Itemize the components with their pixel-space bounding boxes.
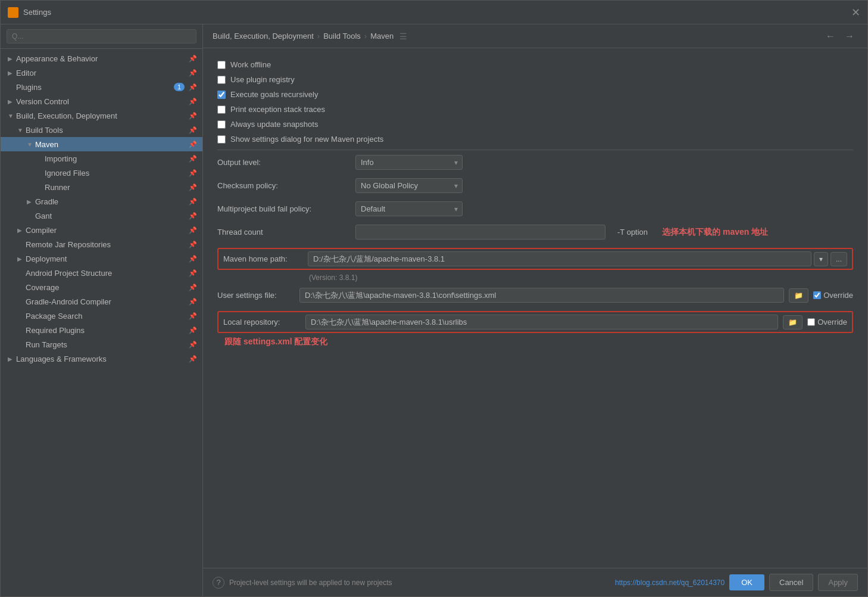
sidebar-item-label: Android Project Structure xyxy=(26,269,188,278)
sidebar-item-run-targets[interactable]: Run Targets📌 xyxy=(1,337,202,352)
breadcrumb-item-3: Maven xyxy=(370,32,394,41)
sidebar-item-appearance[interactable]: ▶Appearance & Behavior📌 xyxy=(1,51,202,66)
arrow-icon: ▶ xyxy=(17,227,26,234)
sidebar-item-importing[interactable]: Importing📌 xyxy=(1,151,202,166)
sidebar: ▶Appearance & Behavior📌▶Editor📌Plugins1📌… xyxy=(1,24,203,596)
forward-button[interactable]: → xyxy=(841,30,858,43)
sidebar-item-editor[interactable]: ▶Editor📌 xyxy=(1,66,202,80)
sidebar-item-label: Package Search xyxy=(26,312,188,321)
sidebar-item-coverage[interactable]: Coverage📌 xyxy=(1,280,202,294)
search-input[interactable] xyxy=(7,29,196,43)
pin-icon: 📌 xyxy=(188,225,198,235)
sidebar-item-label: Coverage xyxy=(26,283,188,292)
local-repo-override-checkbox[interactable] xyxy=(807,318,815,326)
sidebar-item-label: Ignored Files xyxy=(45,169,188,178)
thread-count-input[interactable] xyxy=(355,225,605,240)
close-button[interactable]: ✕ xyxy=(851,8,860,17)
sidebar-item-gradle[interactable]: ▶Gradle📌 xyxy=(1,194,202,209)
checkbox-work-offline[interactable] xyxy=(217,61,226,69)
maven-home-browse-button[interactable]: ... xyxy=(830,252,847,266)
help-button[interactable]: ? xyxy=(213,577,224,589)
local-repo-input[interactable] xyxy=(305,315,778,329)
multiproject-fail-select[interactable]: DefaultNeverAt EndImmediately xyxy=(355,201,463,216)
sidebar-item-gant[interactable]: Gant📌 xyxy=(1,209,202,223)
ok-button[interactable]: OK xyxy=(729,574,764,590)
checkbox-row-work-offline: Work offline xyxy=(217,60,853,69)
sidebar-item-ignored-files[interactable]: Ignored Files📌 xyxy=(1,166,202,180)
thread-count-t-option: -T option xyxy=(617,228,648,237)
output-level-row: Output level:InfoDebugError xyxy=(217,155,853,170)
sidebar-item-version-control[interactable]: ▶Version Control📌 xyxy=(1,94,202,108)
checkbox-row-always-update: Always update snapshots xyxy=(217,120,853,129)
main-content: ▶Appearance & Behavior📌▶Editor📌Plugins1📌… xyxy=(1,24,867,596)
back-button[interactable]: ← xyxy=(822,30,839,43)
sidebar-item-build-exec[interactable]: ▼Build, Execution, Deployment📌 xyxy=(1,108,202,123)
search-box xyxy=(1,24,202,49)
pin-icon: 📌 xyxy=(188,182,198,192)
arrow-icon: ▶ xyxy=(8,356,16,362)
checkbox-execute-goals[interactable] xyxy=(217,91,226,99)
local-repo-folder-button[interactable]: 📁 xyxy=(783,315,803,329)
sidebar-item-android-project[interactable]: Android Project Structure📌 xyxy=(1,266,202,280)
maven-home-dropdown-button[interactable]: ▾ xyxy=(814,252,828,266)
checkbox-row-use-plugin-registry: Use plugin registry xyxy=(217,75,853,84)
user-settings-override-checkbox[interactable] xyxy=(813,291,821,299)
pin-icon: 📌 xyxy=(188,240,198,249)
settings-content: Work offlineUse plugin registryExecute g… xyxy=(203,48,867,568)
sidebar-item-gradle-android[interactable]: Gradle-Android Compiler📌 xyxy=(1,294,202,309)
sidebar-item-languages[interactable]: ▶Languages & Frameworks📌 xyxy=(1,352,202,366)
pin-icon: 📌 xyxy=(188,68,198,77)
user-settings-folder-button[interactable]: 📁 xyxy=(789,288,808,303)
sidebar-item-required-plugins[interactable]: Required Plugins📌 xyxy=(1,323,202,337)
sidebar-item-maven[interactable]: ▼Maven📌 xyxy=(1,137,202,151)
sidebar-item-remote-jar[interactable]: Remote Jar Repositories📌 xyxy=(1,237,202,251)
sidebar-item-label: Maven xyxy=(35,140,188,149)
sidebar-item-runner[interactable]: Runner📌 xyxy=(1,180,202,194)
sidebar-item-compiler[interactable]: ▶Compiler📌 xyxy=(1,223,202,237)
cancel-button[interactable]: Cancel xyxy=(769,574,813,591)
output-level-select[interactable]: InfoDebugError xyxy=(355,155,463,170)
sidebar-item-label: Build, Execution, Deployment xyxy=(16,111,188,120)
checkbox-print-exception[interactable] xyxy=(217,105,226,114)
sidebar-item-label: Required Plugins xyxy=(26,326,188,335)
tree: ▶Appearance & Behavior📌▶Editor📌Plugins1📌… xyxy=(1,49,202,596)
checkbox-use-plugin-registry[interactable] xyxy=(217,76,226,84)
user-settings-input[interactable] xyxy=(299,288,784,303)
checkbox-label-print-exception: Print exception stack traces xyxy=(230,105,325,114)
pin-icon: 📌 xyxy=(188,168,198,178)
breadcrumb-bar: Build, Execution, Deployment › Build Too… xyxy=(203,24,867,48)
multiproject-fail-policy-row: Multiproject build fail policy:DefaultNe… xyxy=(217,201,853,216)
checkbox-row-execute-goals: Execute goals recursively xyxy=(217,90,853,99)
multiproject-fail-label: Multiproject build fail policy: xyxy=(217,204,348,213)
checkbox-label-execute-goals: Execute goals recursively xyxy=(230,90,318,99)
sidebar-item-package-search[interactable]: Package Search📌 xyxy=(1,309,202,323)
local-repo-annotation: 跟随 settings.xml 配置变化 xyxy=(224,337,853,347)
arrow-icon: ▶ xyxy=(17,256,26,262)
app-icon xyxy=(8,7,18,18)
url-link: https://blog.csdn.net/qq_62014370 xyxy=(615,579,725,587)
sidebar-item-label: Importing xyxy=(45,154,188,163)
sidebar-item-label: Compiler xyxy=(26,226,188,235)
user-settings-label: User settings file: xyxy=(217,291,295,300)
pin-icon: 📌 xyxy=(188,197,198,206)
sidebar-item-plugins[interactable]: Plugins1📌 xyxy=(1,80,202,94)
checksum-policy-select[interactable]: No Global PolicyWarnFail xyxy=(355,178,463,193)
sidebar-item-build-tools[interactable]: ▼Build Tools📌 xyxy=(1,123,202,137)
pin-icon: 📌 xyxy=(188,97,198,106)
sidebar-item-label: Run Targets xyxy=(26,340,188,349)
checkbox-show-settings[interactable] xyxy=(217,135,226,144)
nav-arrows: ← → xyxy=(822,30,858,43)
sidebar-item-label: Editor xyxy=(16,69,188,77)
checkbox-always-update[interactable] xyxy=(217,120,226,129)
breadcrumb-sep-2: › xyxy=(364,32,367,41)
pin-icon: 📌 xyxy=(188,82,198,92)
sidebar-item-deployment[interactable]: ▶Deployment📌 xyxy=(1,251,202,266)
local-repo-override-label: Override xyxy=(817,318,847,327)
breadcrumb-item-2: Build Tools xyxy=(323,32,361,41)
version-text: (Version: 3.8.1) xyxy=(309,273,853,282)
user-settings-override-label: Override xyxy=(823,291,853,300)
breadcrumb-item-1: Build, Execution, Deployment xyxy=(213,32,314,41)
maven-home-input[interactable] xyxy=(308,251,811,266)
apply-button[interactable]: Apply xyxy=(818,574,858,591)
pin-icon: 📌 xyxy=(188,354,198,363)
